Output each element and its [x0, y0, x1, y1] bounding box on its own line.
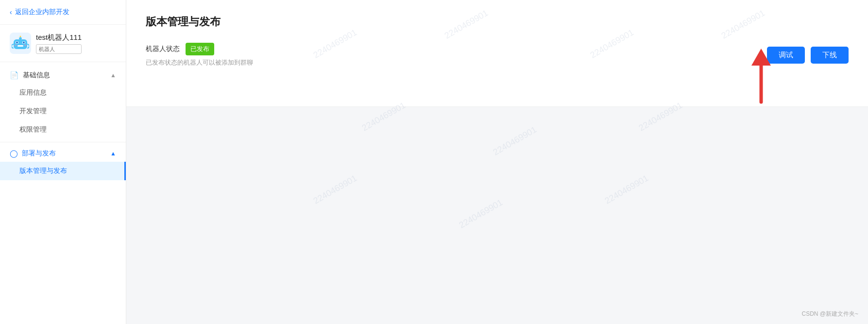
- back-arrow-icon: ‹: [10, 8, 12, 16]
- nav-divider: [0, 142, 126, 142]
- nav-item-app-info[interactable]: 应用信息: [0, 84, 126, 102]
- nav-group-basic-info-left: 📄 基础信息: [10, 71, 50, 80]
- bot-name: test机器人111: [36, 33, 82, 42]
- status-label-row: 机器人状态 已发布: [146, 43, 253, 55]
- nav-item-app-info-label: 应用信息: [19, 88, 47, 96]
- svg-point-10: [24, 45, 27, 46]
- status-label: 机器人状态: [146, 45, 180, 53]
- svg-point-8: [20, 36, 21, 37]
- nav-group-deploy[interactable]: ◯ 部署与发布 ▲: [0, 145, 126, 162]
- svg-point-3: [16, 42, 18, 44]
- nav-group-basic-info-label: 基础信息: [23, 71, 50, 80]
- file-icon: 📄: [10, 71, 19, 80]
- status-desc: 已发布状态的机器人可以被添加到群聊: [146, 58, 253, 67]
- nav-item-version-manage-label: 版本管理与发布: [19, 167, 67, 174]
- svg-point-9: [15, 45, 17, 46]
- nav-section: 📄 基础信息 ▲ 应用信息 开发管理 权限管理 ◯ 部署与发布 ▲ 版本管理与发…: [0, 62, 126, 185]
- empty-area: [126, 107, 868, 301]
- nav-item-auth-manage-label: 权限管理: [19, 125, 47, 133]
- nav-item-auth-manage[interactable]: 权限管理: [0, 120, 126, 139]
- content-card: 版本管理与发布 机器人状态 已发布 已发布状态的机器人可以被添加到群聊 调试 下…: [126, 0, 868, 107]
- nav-item-version-manage[interactable]: 版本管理与发布: [0, 162, 126, 180]
- svg-point-4: [23, 42, 25, 44]
- back-nav-label: 返回企业内部开发: [15, 8, 69, 17]
- nav-group-basic-info[interactable]: 📄 基础信息 ▲: [0, 67, 126, 84]
- nav-item-dev-manage[interactable]: 开发管理: [0, 102, 126, 120]
- debug-button[interactable]: 调试: [767, 47, 805, 64]
- offline-button[interactable]: 下线: [811, 47, 849, 64]
- status-row: 机器人状态 已发布 已发布状态的机器人可以被添加到群聊 调试 下线: [146, 43, 849, 67]
- expand-icon-deploy: ▲: [110, 150, 116, 157]
- nav-group-deploy-left: ◯ 部署与发布: [10, 149, 56, 158]
- expand-icon-basic-info: ▲: [110, 72, 116, 79]
- nav-item-dev-manage-label: 开发管理: [19, 107, 47, 115]
- bot-tag: 机器人: [36, 44, 82, 54]
- main-content: 2240469901 2240469901 2240469901 2240469…: [126, 0, 868, 324]
- nav-group-deploy-label: 部署与发布: [22, 149, 56, 158]
- bot-info: test机器人111 机器人: [0, 25, 126, 62]
- page-title: 版本管理与发布: [146, 15, 849, 29]
- svg-rect-0: [14, 39, 27, 49]
- bot-text: test机器人111 机器人: [36, 33, 82, 54]
- bot-avatar-icon: [12, 34, 29, 52]
- sidebar: ‹ 返回企业内部开发 test机器人: [0, 0, 126, 324]
- status-badge: 已发布: [186, 43, 214, 55]
- svg-rect-5: [17, 45, 23, 47]
- back-nav[interactable]: ‹ 返回企业内部开发: [0, 0, 126, 25]
- bot-avatar: [10, 33, 31, 54]
- action-buttons: 调试 下线: [767, 47, 849, 64]
- status-left: 机器人状态 已发布 已发布状态的机器人可以被添加到群聊: [146, 43, 253, 67]
- deploy-icon: ◯: [10, 149, 18, 158]
- bottom-credit: CSDN @新建文件夹~: [801, 310, 858, 318]
